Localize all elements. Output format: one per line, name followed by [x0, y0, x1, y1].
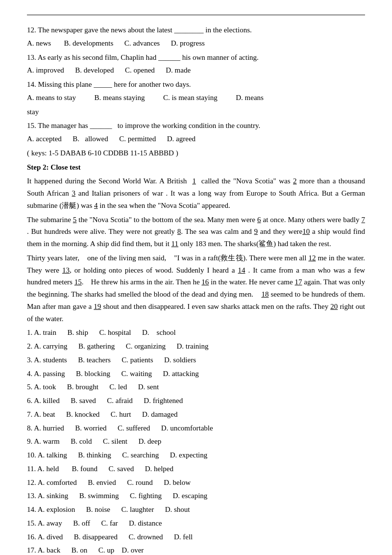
close-answer-2: 2. A. carrying B. gathering C. organizin…: [27, 340, 365, 353]
question-14-stay: stay: [27, 106, 365, 118]
keys-line: ( keys: 1-5 DABAB 6-10 CDDBB 11-15 ABBBD…: [27, 147, 365, 159]
question-13: 13. As early as his second film, Chaplin…: [27, 51, 365, 64]
close-answer-14: 14. A. explosion B. noise C. laughter D.…: [27, 504, 365, 516]
q14-stay: stay: [27, 108, 39, 116]
q14-opt-a: A. means to stay: [27, 94, 93, 101]
close-answer-13: 13. A. sinking B. swimming C. fighting D…: [27, 490, 365, 502]
close-answer-15: 15. A. away B. off C. far D. distance: [27, 517, 365, 530]
close-answer-1: 1. A. train B. ship C. hospital D. schoo…: [27, 327, 365, 339]
close-answer-7: 7. A. beat B. knocked C. hurt D. damaged: [27, 408, 365, 421]
question-15-options: A. accepted B. allowed C. permitted D. a…: [27, 133, 365, 145]
keys-text: ( keys: 1-5 DABAB 6-10 CDDBB 11-15 ABBBD…: [27, 149, 178, 157]
close-answer-12: 12. A. comforted B. envied C. round D. b…: [27, 477, 365, 489]
step2-text: Step 2: Close test: [27, 163, 81, 171]
close-answer-17: 17. A. back B. on C. up D. over: [27, 544, 365, 555]
close-answer-10: 10. A. talking B. thinking C. searching …: [27, 449, 365, 461]
question-12-options: A. news B. developments C. advances D. p…: [27, 37, 365, 50]
step2-label: Step 2: Close test: [27, 161, 365, 174]
passage-1: It happened during the Second World War.…: [27, 175, 365, 211]
q14-opt-c: C. is mean staying: [163, 94, 234, 101]
question-14: 14. Missing this plane _____ here for an…: [27, 78, 365, 91]
question-15-text: 15. The manager has ______ to improve th…: [27, 122, 260, 129]
question-14-options: A. means to stay B. means staying C. is …: [27, 92, 365, 104]
q15-opt: A. accepted B. allowed C. permitted D. a…: [27, 135, 196, 143]
passage-2: The submarine 5 the "Nova Scotia" to the…: [27, 214, 365, 250]
close-answer-6: 6. A. killed B. saved C. afraid D. frigh…: [27, 395, 365, 407]
close-answer-9: 9. A. warm B. cold C. silent D. deep: [27, 435, 365, 448]
q13-opt: A. improved B. developed C. opened D. ma…: [27, 66, 191, 74]
q14-opt-d: D. means: [236, 94, 264, 101]
close-answer-8: 8. A. hurried B. worried C. suffered D. …: [27, 422, 365, 434]
question-12-text: 12. The newspaper gave the news about th…: [27, 26, 252, 34]
close-answer-4: 4. A. passing B. blocking C. waiting D. …: [27, 368, 365, 380]
close-answer-11: 11. A. held B. found C. saved D. helped: [27, 463, 365, 475]
question-13-text: 13. As early as his second film, Chaplin…: [27, 53, 259, 61]
q14-opt-b: B. means staying: [94, 94, 161, 101]
question-12: 12. The newspaper gave the news about th…: [27, 24, 365, 36]
question-13-options: A. improved B. developed C. opened D. ma…: [27, 64, 365, 76]
question-14-text: 14. Missing this plane _____ here for an…: [27, 80, 191, 88]
close-answer-16: 16. A. dived B. disappeared C. drowned D…: [27, 531, 365, 543]
passage-3: Thirty years later, one of the living me…: [27, 252, 365, 325]
question-15: 15. The manager has ______ to improve th…: [27, 120, 365, 132]
close-answer-5: 5. A. took B. brought C. led D. sent: [27, 381, 365, 393]
q12-opt: A. news B. developments C. advances D. p…: [27, 39, 205, 47]
top-divider: [27, 15, 365, 15]
main-content: 12. The newspaper gave the news about th…: [27, 24, 365, 555]
close-answer-3: 3. A. students B. teachers C. patients D…: [27, 354, 365, 366]
